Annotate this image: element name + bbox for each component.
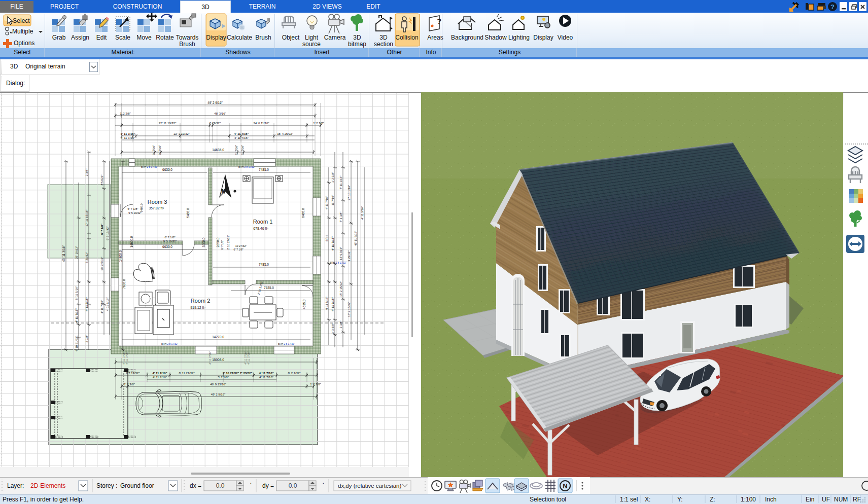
svg-text:6' 7 1/8": 6' 7 1/8" [221, 240, 224, 249]
svg-text:7' 1 3/8": 7' 1 3/8" [339, 212, 342, 223]
svg-text:4' 11 7/16": 4' 11 7/16" [85, 297, 88, 311]
svg-text:15008.0: 15008.0 [212, 358, 224, 362]
svg-text:Ground floor: Ground floor [120, 482, 154, 489]
svg-text:14800.0: 14800.0 [130, 236, 133, 247]
svg-text:5' 7 1/8": 5' 7 1/8" [218, 376, 229, 379]
svg-text:4' 11 7/16": 4' 11 7/16" [259, 376, 273, 379]
svg-text:4' 10 21/32": 4' 10 21/32" [75, 336, 78, 352]
svg-text:2' 10 27/32" 7' 23/32": 2' 10 27/32" 7' 23/32" [223, 372, 253, 375]
svg-text:2 3/8": 2 3/8" [85, 335, 88, 343]
svg-text:1' 2 3/8": 1' 2 3/8" [331, 172, 334, 183]
svg-text:Lighting: Lighting [508, 34, 530, 41]
svg-text:2D-Elements: 2D-Elements [30, 482, 65, 489]
svg-text:1' 2 3/8": 1' 2 3/8" [120, 112, 131, 115]
svg-text:Edit: Edit [96, 34, 107, 41]
svg-text:Collision: Collision [395, 34, 418, 41]
svg-text:5485.0: 5485.0 [186, 208, 190, 218]
svg-text:4' 11 7/16": 4' 11 7/16" [153, 372, 167, 375]
svg-text:bitmap: bitmap [348, 41, 366, 48]
svg-text:46' 9 13/16": 46' 9 13/16" [210, 383, 226, 386]
svg-text:Areas: Areas [427, 34, 443, 41]
svg-text:15' 4 25/32": 15' 4 25/32" [277, 132, 293, 135]
svg-text:4' 11 7/16": 4' 11 7/16" [234, 136, 249, 139]
svg-text:BRH: BRH [325, 235, 328, 241]
svg-text:X:: X: [645, 496, 650, 503]
svg-text:4' 11 7/16": 4' 11 7/16" [121, 132, 135, 135]
svg-text:Room 2: Room 2 [191, 298, 211, 304]
svg-text:Display: Display [533, 34, 553, 41]
svg-text:4' 11 7/16": 4' 11 7/16" [259, 372, 274, 375]
svg-text:24' 6 11/16": 24' 6 11/16" [253, 122, 269, 125]
svg-text:5 29/32": 5 29/32" [210, 122, 221, 125]
svg-text:Object: Object [282, 34, 300, 41]
svg-text:8' 11 21/32": 8' 11 21/32" [179, 372, 194, 375]
svg-text:0.0: 0.0 [216, 482, 225, 489]
svg-text:BRH 2 8 17/32": BRH 2 8 17/32" [278, 343, 295, 345]
svg-text:4' 11 7/16": 4' 11 7/16" [106, 298, 109, 311]
svg-text:N: N [221, 189, 225, 194]
svg-text:22' 3 19/32": 22' 3 19/32" [173, 132, 190, 135]
svg-text:dx,dy (relative cartesian): dx,dy (relative cartesian) [338, 483, 401, 489]
svg-text:Storey :: Storey : [96, 482, 117, 489]
svg-text:45' 11 3/16": 45' 11 3/16" [354, 231, 357, 246]
svg-text:Ein: Ein [806, 496, 814, 503]
svg-text:45' 11 3/16": 45' 11 3/16" [62, 245, 65, 262]
svg-text:2' 10 27/32": 2' 10 27/32" [227, 235, 230, 250]
svg-text:22' 11 19/32": 22' 11 19/32" [159, 122, 177, 125]
svg-text:4' 11 7/16": 4' 11 7/16" [325, 196, 328, 209]
svg-text:BRH 2 8 17/32": BRH 2 8 17/32" [330, 262, 346, 264]
svg-text:4' 11 3/16": 4' 11 3/16" [361, 206, 364, 220]
svg-text:RF: RF [853, 496, 861, 503]
svg-text:Multiple: Multiple [12, 28, 33, 35]
svg-text:Options: Options [14, 40, 34, 47]
svg-text:Grab: Grab [52, 34, 66, 41]
svg-text:4' 11 7/16": 4' 11 7/16" [125, 351, 128, 365]
svg-text:Display: Display [206, 34, 226, 41]
svg-text:N: N [563, 482, 567, 490]
svg-text:1:100: 1:100 [741, 496, 756, 503]
svg-text:14800.0: 14800.0 [119, 250, 122, 262]
svg-text:8'5.021": 8'5.021" [100, 175, 103, 186]
svg-text:Selection tool: Selection tool [530, 496, 566, 503]
svg-text:4' 11 7/16": 4' 11 7/16" [121, 136, 135, 139]
svg-text:25' 19/32": 25' 19/32" [75, 246, 78, 259]
svg-text:?: ? [437, 17, 441, 25]
svg-text:9' 5 19/32": 9' 5 19/32" [128, 211, 142, 214]
svg-text:8' 2 1/32": 8' 2 1/32" [288, 372, 301, 375]
svg-text:dy =: dy = [262, 482, 274, 489]
svg-text:4' 11 7/16": 4' 11 7/16" [153, 376, 167, 379]
svg-text:2 3/8": 2 3/8" [85, 169, 88, 176]
svg-text:6635.0: 6635.0 [162, 245, 172, 248]
svg-text:48' 3/16": 48' 3/16" [214, 112, 226, 115]
svg-text:357.82 ft²: 357.82 ft² [149, 206, 164, 210]
svg-text:11 7/16": 11 7/16" [331, 195, 334, 206]
svg-text:section: section [374, 41, 393, 48]
svg-text:Light: Light [305, 34, 319, 41]
svg-text:1:1 sel: 1:1 sel [620, 496, 638, 503]
svg-text:NUM: NUM [834, 496, 848, 503]
svg-text:Assign: Assign [71, 34, 89, 41]
svg-text:49' 2 9/16": 49' 2 9/16" [211, 393, 225, 396]
svg-text:5485.0: 5485.0 [140, 203, 143, 212]
svg-text:5' 11 5/16": 5' 11 5/16" [75, 286, 78, 300]
svg-text:17' 11 15/16": 17' 11 15/16" [85, 209, 88, 226]
svg-text:Scale: Scale [115, 34, 130, 41]
svg-text:4' 11 7/16": 4' 11 7/16" [331, 236, 334, 250]
svg-text:7485.0: 7485.0 [259, 168, 269, 171]
svg-text:7' 11 1/16": 7' 11 1/16" [339, 176, 342, 190]
svg-text:Layer:: Layer: [7, 482, 24, 489]
svg-text:15' 2 15/32": 15' 2 15/32" [339, 281, 342, 297]
svg-text:BRH 2 8 17/32": BRH 2 8 17/32" [161, 343, 178, 345]
svg-text:4' 11 7/16": 4' 11 7/16" [331, 297, 334, 311]
svg-text:Rotate: Rotate [156, 34, 174, 41]
svg-text:3D: 3D [379, 34, 388, 41]
svg-text:7635.0: 7635.0 [122, 279, 126, 289]
svg-text:4' 11 7/16": 4' 11 7/16" [234, 132, 249, 135]
svg-text:678.46 ft²: 678.46 ft² [253, 227, 268, 230]
svg-text:10 27/32": 10 27/32" [235, 244, 247, 247]
svg-text:dx =: dx = [190, 482, 201, 489]
svg-text:Shadow: Shadow [484, 34, 507, 41]
svg-text:4' 11 7/16": 4' 11 7/16" [247, 351, 250, 365]
svg-text:8485.0: 8485.0 [301, 208, 305, 218]
svg-text:27' 10 1/16": 27' 10 1/16" [348, 185, 351, 201]
